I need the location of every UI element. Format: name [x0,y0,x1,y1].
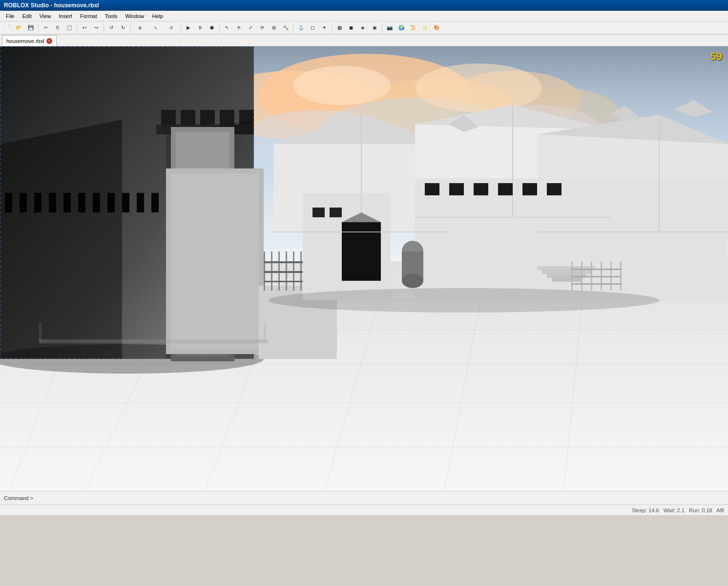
file-tab[interactable]: housemove.rbxl × [2,35,57,46]
sep6 [219,23,220,32]
rotate-cw-button[interactable]: ↻ [118,22,128,33]
menu-help[interactable]: Help [148,12,167,20]
transform-button[interactable]: ⊞ [269,22,279,33]
sep5 [181,23,181,32]
undo-button[interactable]: ↩ [79,22,90,33]
svg-rect-89 [552,278,581,282]
run-label: Run: 0.18 [689,507,712,513]
svg-point-9 [293,66,391,105]
sep2 [77,23,77,32]
play-button[interactable]: ▶ [183,22,194,33]
terrain-button[interactable]: 🌍 [396,22,407,33]
menu-file[interactable]: File [2,12,19,20]
anchor-button[interactable]: ⚓ [295,22,306,33]
pause-button[interactable]: ⏸ [195,22,206,33]
menu-format[interactable]: Format [76,12,101,20]
sep4 [130,23,131,32]
fps-counter: 59 [710,50,722,63]
collide-button[interactable]: ◻ [307,22,318,33]
svg-point-85 [402,273,423,288]
svg-rect-75 [425,183,439,195]
svg-rect-25 [181,110,195,127]
svg-rect-80 [547,183,562,195]
toolbar-area: 📄 📂 💾 ✂ ⎘ 📋 ↩ ↪ ↺ ↻ ⊕ ⤡ ↺ ▶ ⏸ ⏹ ↖ ✛ ⤢ ⟳ … [0,21,728,35]
svg-rect-78 [498,183,513,195]
sep7 [293,23,293,32]
svg-rect-87 [542,270,591,274]
rotate3d-button[interactable]: ⟳ [257,22,268,33]
svg-rect-73 [312,208,325,217]
affi-label: Affi [716,507,724,513]
tab-close-button[interactable]: × [46,38,52,44]
svg-point-10 [415,63,542,112]
camera-button[interactable]: 📷 [384,22,395,33]
svg-rect-39 [137,193,144,212]
sep8 [332,23,332,32]
wait-label: Wait: 2.1 [664,507,685,513]
command-input[interactable] [35,495,724,501]
window-title: ROBLOX Studio - housemove.rbxl [4,2,99,9]
svg-rect-40 [151,193,159,212]
scale3d-button[interactable]: ⤢ [245,22,256,33]
redo-button[interactable]: ↪ [91,22,102,33]
sleep-label: Sleep: 14.6 [632,507,659,513]
copy-button[interactable]: ⎘ [52,22,63,33]
svg-rect-74 [330,208,342,217]
command-area: Command > [0,491,728,504]
sep3 [104,23,104,32]
command-label: Command > [4,495,33,501]
tab-bar: housemove.rbxl × [0,35,728,46]
toolbar-row-1: 📄 📂 💾 ✂ ⎘ 📋 ↩ ↪ ↺ ↻ ⊕ ⤡ ↺ ▶ ⏸ ⏹ ↖ ✛ ⤢ ⟳ … [0,21,728,34]
menu-tools[interactable]: Tools [101,12,122,20]
viewport[interactable]: 59 Command > Sleep: 14.6 Wait: 2.1 Run: … [0,46,728,515]
move3d-button[interactable]: ✛ [233,22,244,33]
svg-rect-59 [264,261,309,263]
title-bar: ROBLOX Studio - housemove.rbxl [0,0,728,11]
svg-rect-106 [39,339,269,343]
svg-rect-105 [571,283,622,285]
rotate-button[interactable]: ↺ [164,22,179,33]
svg-rect-38 [122,193,129,212]
new-button[interactable]: 📄 [2,22,13,33]
effects-button[interactable]: ✨ [419,22,430,33]
svg-rect-60 [264,271,309,273]
svg-point-90 [269,288,659,313]
rotate-ccw-button[interactable]: ↺ [106,22,117,33]
svg-rect-77 [474,183,488,195]
stop-button[interactable]: ⏹ [207,22,217,33]
save-button[interactable]: 💾 [25,22,36,33]
menu-window[interactable]: Window [121,12,148,20]
render-button[interactable]: 🎨 [431,22,442,33]
svg-rect-79 [522,183,537,195]
cut-button[interactable]: ✂ [41,22,51,33]
sep9 [382,23,382,32]
tab-label: housemove.rbxl [6,38,44,44]
join-button[interactable]: ✦ [319,22,330,33]
insert-special-button[interactable]: ◈ [357,22,368,33]
svg-rect-108 [264,322,266,342]
scale-button[interactable]: ⤡ [148,22,163,33]
svg-rect-26 [200,110,215,127]
menu-insert[interactable]: Insert [55,12,76,20]
svg-rect-104 [571,276,622,277]
menu-view[interactable]: View [36,12,55,20]
svg-rect-81 [342,222,381,281]
insert-model-button[interactable]: ▦ [334,22,345,33]
insert-part-button[interactable]: ◼ [346,22,356,33]
svg-rect-24 [161,110,176,127]
tool1-button[interactable]: 🔨 [280,22,291,33]
insert-mesh-button[interactable]: ◉ [369,22,380,33]
svg-rect-50 [171,173,259,349]
sep1 [38,23,39,32]
open-button[interactable]: 📂 [14,22,24,33]
svg-rect-103 [571,269,622,270]
status-bar: Sleep: 14.6 Wait: 2.1 Run: 0.18 Affi [0,504,728,515]
script-button[interactable]: 📜 [408,22,418,33]
svg-rect-61 [264,281,309,282]
paste-button[interactable]: 📋 [64,22,75,33]
svg-rect-107 [39,322,42,342]
move-button[interactable]: ⊕ [133,22,147,33]
3d-scene [0,46,728,515]
select-button[interactable]: ↖ [222,22,232,33]
menu-edit[interactable]: Edit [19,12,36,20]
